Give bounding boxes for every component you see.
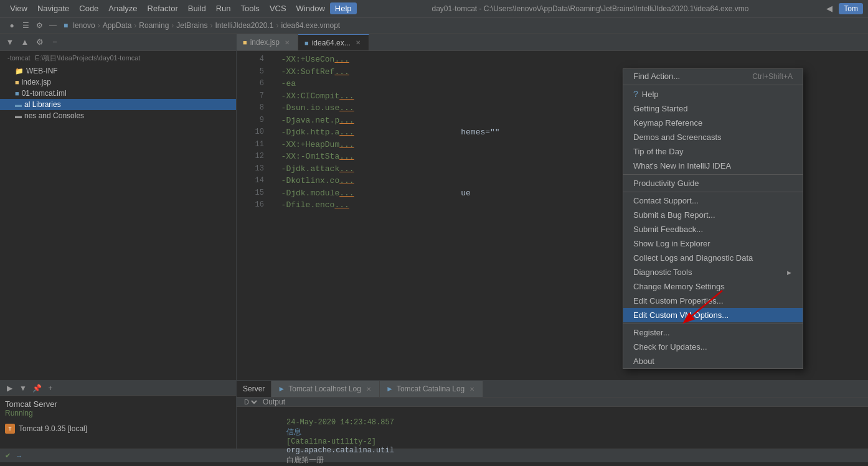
bottom-left-toolbar: ▶ ▼ 📌 +	[0, 381, 236, 396]
minimize-icon[interactable]: —	[47, 20, 59, 31]
editor-panel: ■ index.jsp ✕ ■ idea64.ex... ✕ 4 -XX:+Us…	[237, 34, 868, 380]
tab-indexjsp-icon: ■	[243, 39, 247, 46]
find-action-shortcut: Ctrl+Shift+A	[752, 72, 793, 81]
tree-item-iml[interactable]: ■ 01-tomcat.iml	[0, 88, 236, 99]
menu-bar-right: ◀ Tom	[824, 3, 863, 14]
help-menu: Find Action... Ctrl+Shift+A ? Help Getti…	[623, 68, 803, 369]
menu-edit-custom-props[interactable]: Edit Custom Properties...	[623, 294, 803, 308]
menu-vcs[interactable]: VCS	[265, 2, 291, 14]
run-icon[interactable]: ▶	[4, 383, 15, 394]
menu-getting-started[interactable]: Getting Started	[623, 101, 803, 116]
question-icon: ?	[633, 89, 638, 99]
menu-tools[interactable]: Tools	[236, 2, 265, 14]
menu-run[interactable]: Run	[211, 2, 236, 14]
breadcrumb-item-lenovo[interactable]: lenovo	[73, 21, 95, 30]
log-line-1: 24-May-2020 14:23:48.857 信息 [Catalina-ut…	[242, 409, 863, 466]
breadcrumb: ● ☰ ⚙ — ■ lenovo › AppData › Roaming › J…	[0, 17, 868, 34]
menu-change-memory[interactable]: Change Memory Settings	[623, 279, 803, 294]
bottom-right-panel: Server ► Tomcat Localhost Log ✕ ► Tomcat…	[237, 381, 868, 449]
menu-submit-feedback[interactable]: Submit Feedback...	[623, 222, 803, 236]
bottom-tab-catalina-log[interactable]: ► Tomcat Catalina Log ✕	[380, 381, 483, 397]
sidebar-settings-icon[interactable]: ⚙	[34, 36, 46, 49]
settings-icon[interactable]: ⚙	[34, 20, 45, 31]
menu-build[interactable]: Build	[183, 2, 211, 14]
menu-register[interactable]: Register...	[623, 325, 803, 340]
menu-divider-3	[623, 192, 803, 192]
menu-divider-2	[623, 174, 803, 175]
bottom-tab-localhost-log[interactable]: ► Tomcat Localhost Log ✕	[271, 381, 380, 397]
tree-item-libraries[interactable]: ▬ al Libraries	[0, 99, 236, 110]
menu-about[interactable]: About	[623, 354, 803, 368]
status-check-icon: ✔	[5, 452, 11, 460]
tab-idea64[interactable]: ■ idea64.ex... ✕	[298, 34, 369, 50]
breadcrumb-item-roaming[interactable]: Roaming	[139, 21, 169, 30]
menu-refactor[interactable]: Refactor	[143, 2, 183, 14]
localhost-log-close[interactable]: ✕	[364, 384, 373, 393]
menu-help[interactable]: Help	[330, 2, 357, 14]
pin-icon[interactable]: 📌	[31, 383, 42, 394]
tree-item-indexjsp[interactable]: ■ index.jsp	[0, 77, 236, 88]
menu-bar: View Navigate Code Analyze Refactor Buil…	[0, 0, 868, 17]
menu-code[interactable]: Code	[74, 2, 103, 14]
menu-edit-custom-vm[interactable]: Edit Custom VM Options...	[623, 308, 803, 322]
sidebar-collapse-icon[interactable]: ▲	[19, 36, 31, 49]
server-status: Running	[5, 409, 231, 417]
menu-keymap-reference[interactable]: Keymap Reference	[623, 116, 803, 130]
breadcrumb-item-intellij[interactable]: IntelliJIdea2020.1	[215, 21, 273, 30]
menu-analyze[interactable]: Analyze	[103, 2, 142, 14]
localhost-log-icon: ►	[278, 384, 285, 393]
add-icon[interactable]: +	[45, 383, 56, 394]
bottom-panel: ▶ ▼ 📌 + Tomcat Server Running T Tomcat 9…	[0, 380, 868, 449]
menu-productivity-guide[interactable]: Productivity Guide	[623, 176, 803, 190]
breadcrumb-icon2[interactable]: ☰	[20, 20, 31, 31]
menu-diagnostic-tools[interactable]: Diagnostic Tools ►	[623, 265, 803, 279]
menu-divider-1	[623, 85, 803, 85]
menu-tip-of-day[interactable]: Tip of the Day	[623, 144, 803, 159]
tab-indexjsp[interactable]: ■ index.jsp ✕	[237, 34, 298, 50]
server-info: Tomcat Server Running	[0, 396, 236, 421]
navigate-back-icon[interactable]: ◀	[824, 3, 835, 14]
tab-idea64-icon: ■	[304, 39, 309, 47]
menu-contact-support[interactable]: Contact Support...	[623, 193, 803, 208]
globe-icon[interactable]: ●	[6, 20, 17, 31]
menu-find-action[interactable]: Find Action... Ctrl+Shift+A	[623, 69, 803, 83]
sidebar-expand-icon[interactable]: ▼	[4, 36, 16, 49]
bottom-tab-server[interactable]: Server	[237, 381, 271, 397]
sidebar-toolbar: ▼ ▲ ⚙ −	[0, 34, 236, 51]
menu-whats-new[interactable]: What's New in IntelliJ IDEA	[623, 159, 803, 173]
menu-navigate[interactable]: Navigate	[32, 2, 74, 14]
menu-view[interactable]: View	[5, 2, 32, 14]
output-toolbar: D Output	[237, 398, 868, 407]
server-version-label: Tomcat 9.0.35 [local]	[19, 424, 87, 433]
menu-show-log[interactable]: Show Log in Explorer	[623, 236, 803, 251]
project-root: -tomcat E:\项目\IdeaProjects\day01-tomcat	[0, 51, 236, 65]
server-version[interactable]: T Tomcat 9.0.35 [local]	[0, 424, 236, 434]
menu-collect-logs[interactable]: Collect Logs and Diagnostic Data	[623, 251, 803, 265]
iml-icon: ■	[15, 90, 19, 97]
breadcrumb-item-jetbrains[interactable]: JetBrains	[176, 21, 207, 30]
catalina-log-close[interactable]: ✕	[468, 384, 476, 393]
tree-item-consoles[interactable]: ▬ nes and Consoles	[0, 110, 236, 121]
editor-area[interactable]: 4 -XX:+UseCon... 5 -XX:SoftRef... 6 -ea …	[237, 51, 868, 380]
menu-check-updates[interactable]: Check for Updates...	[623, 340, 803, 354]
sidebar-close-icon[interactable]: −	[49, 36, 61, 49]
window-title: day01-tomcat - C:\Users\lenovo\AppData\R…	[357, 4, 824, 13]
filter-icon[interactable]: ▼	[17, 383, 29, 394]
server-name: Tomcat Server	[5, 399, 231, 409]
output-selector[interactable]: D	[242, 398, 259, 406]
output-label: Output	[263, 398, 285, 406]
menu-help-item[interactable]: ? Help	[623, 86, 803, 101]
jsp-icon: ■	[15, 78, 19, 86]
breadcrumb-item-appdata[interactable]: AppData	[103, 21, 132, 30]
editor-tabs: ■ index.jsp ✕ ■ idea64.ex... ✕	[237, 34, 868, 51]
menu-demos-screencasts[interactable]: Demos and Screencasts	[623, 130, 803, 144]
menu-window[interactable]: Window	[291, 2, 330, 14]
breadcrumb-file-icon: ■	[64, 21, 68, 30]
tree-item-webinf[interactable]: 📁 WEB-INF	[0, 65, 236, 77]
tab-indexjsp-close[interactable]: ✕	[283, 38, 291, 47]
bottom-left-panel: ▶ ▼ 📌 + Tomcat Server Running T Tomcat 9…	[0, 381, 237, 449]
tab-idea64-close[interactable]: ✕	[354, 39, 362, 47]
breadcrumb-current-file: idea64.exe.vmopt	[281, 21, 340, 30]
status-arrow-icon: →	[16, 452, 22, 460]
menu-submit-bug[interactable]: Submit a Bug Report...	[623, 208, 803, 222]
